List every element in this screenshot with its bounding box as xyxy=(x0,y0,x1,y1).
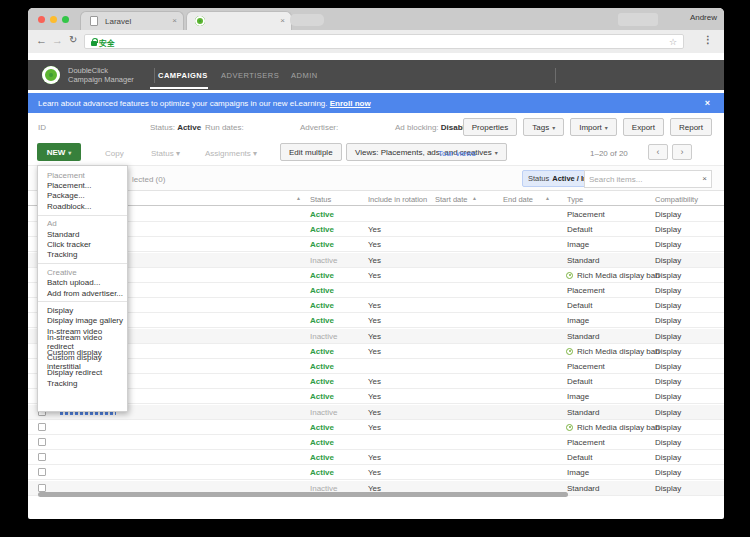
table-header: ▲ Status Include in rotation Start date … xyxy=(28,191,724,206)
doubleclick-favicon xyxy=(195,16,205,26)
nav-admin[interactable]: ADMIN xyxy=(291,71,318,80)
table-row: ActiveYesImageDisplay xyxy=(28,389,724,404)
row-compatibility: Display xyxy=(655,256,681,265)
browser-menu-icon[interactable]: ⋮ xyxy=(703,34,713,45)
menu-item[interactable]: Add from advertiser... xyxy=(38,288,127,298)
col-end-date[interactable]: End date xyxy=(503,195,533,204)
tab-stub[interactable] xyxy=(290,14,324,26)
row-include-in-rotation: Yes xyxy=(368,468,381,477)
zoom-window-button[interactable] xyxy=(62,16,69,23)
menu-item[interactable]: Custom display interstitial xyxy=(38,357,127,367)
table-row: ActivePlacementDisplay xyxy=(28,435,724,450)
col-include-in-rotation[interactable]: Include in rotation xyxy=(368,195,427,204)
table-row: ActivePlacementDisplay xyxy=(28,283,724,298)
horizontal-scrollbar[interactable] xyxy=(38,492,568,497)
menu-item[interactable]: Display xyxy=(38,305,127,315)
row-checkbox[interactable] xyxy=(38,438,46,446)
tags-button[interactable]: Tags▾ xyxy=(523,118,564,136)
tab-stub-2[interactable] xyxy=(618,13,658,26)
selection-bar: lected (0) Status Active / Inactive × × xyxy=(28,165,724,191)
menu-item[interactable]: Click tracker xyxy=(38,239,127,249)
tab-laravel[interactable]: Laravel × xyxy=(80,11,184,30)
filter-status[interactable]: Status: Active xyxy=(150,123,201,132)
new-button[interactable]: NEW▾ xyxy=(37,143,81,161)
report-button[interactable]: Report xyxy=(670,118,712,136)
filter-id-label[interactable]: ID xyxy=(38,123,46,132)
next-page-button[interactable]: › xyxy=(672,144,692,160)
tab-close-icon[interactable]: × xyxy=(280,16,285,25)
menu-item[interactable]: Roadblock... xyxy=(38,201,127,211)
col-start-date[interactable]: Start date xyxy=(435,195,468,204)
row-compatibility: Display xyxy=(655,362,681,371)
row-status: Active xyxy=(310,271,334,280)
row-type: Rich Media display ban xyxy=(577,271,660,280)
row-status: Active xyxy=(310,438,334,447)
sort-icon[interactable]: ▲ xyxy=(472,195,477,201)
row-checkbox[interactable] xyxy=(38,468,46,476)
minimize-window-button[interactable] xyxy=(50,16,57,23)
row-type: Image xyxy=(567,316,589,325)
table-row: InactiveYesStandardDisplay xyxy=(28,253,724,268)
table-row: ActiveYesRich Media display banDisplay xyxy=(28,344,724,359)
row-compatibility: Display xyxy=(655,408,681,417)
row-include-in-rotation: Yes xyxy=(368,347,381,356)
menu-item[interactable]: In-stream video redirect xyxy=(38,336,127,346)
back-button[interactable]: ← xyxy=(36,34,47,46)
import-button[interactable]: Import▾ xyxy=(570,118,617,136)
enroll-now-link[interactable]: Enroll now xyxy=(330,99,371,108)
toolbar: NEW▾ Copy Status ▾ Assignments ▾ Edit mu… xyxy=(28,140,724,165)
row-compatibility: Display xyxy=(655,468,681,477)
bookmark-star-icon[interactable]: ☆ xyxy=(669,37,677,47)
assignments-dropdown[interactable]: Assignments ▾ xyxy=(205,149,257,158)
properties-button[interactable]: Properties xyxy=(463,118,517,136)
rich-media-icon xyxy=(566,424,573,431)
table-row: ActiveYesDefaultDisplay xyxy=(28,374,724,389)
row-checkbox[interactable] xyxy=(38,484,46,492)
row-include-in-rotation: Yes xyxy=(368,392,381,401)
copy-button[interactable]: Copy xyxy=(105,149,124,158)
export-button[interactable]: Export xyxy=(623,118,664,136)
sort-icon[interactable]: ▲ xyxy=(545,195,550,201)
col-type[interactable]: Type xyxy=(567,195,583,204)
menu-item[interactable]: Standard xyxy=(38,229,127,239)
nav-campaigns[interactable]: CAMPAIGNS xyxy=(158,71,208,80)
row-checkbox[interactable] xyxy=(38,453,46,461)
row-compatibility: Display xyxy=(655,377,681,386)
menu-item[interactable]: Tracking xyxy=(38,250,127,260)
row-include-in-rotation: Yes xyxy=(368,225,381,234)
nav-advertisers[interactable]: ADVERTISERS xyxy=(221,71,279,80)
filter-advertiser[interactable]: Advertiser: xyxy=(300,123,338,132)
menu-item[interactable]: Placement... xyxy=(38,180,127,190)
url-field[interactable]: 安全 ☆ xyxy=(84,34,684,49)
row-status: Active xyxy=(310,392,334,401)
prev-page-button[interactable]: ‹ xyxy=(648,144,668,160)
tab-close-icon[interactable]: × xyxy=(172,16,177,25)
refresh-button[interactable]: ↻ xyxy=(69,34,77,45)
tour-views-link[interactable]: Tour views xyxy=(438,149,476,158)
search-input[interactable] xyxy=(589,172,694,186)
row-status: Active xyxy=(310,377,334,386)
views-dropdown-button[interactable]: Views: Placements, ads, and creatives▾ xyxy=(346,143,507,161)
search-clear-icon[interactable]: × xyxy=(702,174,707,183)
row-compatibility: Display xyxy=(655,271,681,280)
row-status: Active xyxy=(310,225,334,234)
close-window-button[interactable] xyxy=(38,16,45,23)
edit-multiple-button[interactable]: Edit multiple xyxy=(280,143,342,161)
tab-doubleclick-active[interactable]: × xyxy=(186,11,292,30)
menu-item[interactable]: Batch upload... xyxy=(38,278,127,288)
menu-item[interactable]: Tracking xyxy=(38,378,127,388)
row-compatibility: Display xyxy=(655,453,681,462)
status-dropdown[interactable]: Status ▾ xyxy=(151,149,180,158)
row-compatibility: Display xyxy=(655,484,681,493)
banner-close-icon[interactable]: × xyxy=(705,98,710,108)
menu-item[interactable]: Display image gallery xyxy=(38,316,127,326)
filter-run-dates[interactable]: Run dates: xyxy=(205,123,244,132)
browser-profile-name[interactable]: Andrew xyxy=(690,13,717,22)
col-status[interactable]: Status xyxy=(310,195,331,204)
menu-item[interactable]: Package... xyxy=(38,191,127,201)
header-divider xyxy=(555,68,556,83)
col-compatibility[interactable]: Compatibility xyxy=(655,195,698,204)
sort-icon[interactable]: ▲ xyxy=(296,195,301,201)
forward-button[interactable]: → xyxy=(52,34,63,46)
row-checkbox[interactable] xyxy=(38,423,46,431)
